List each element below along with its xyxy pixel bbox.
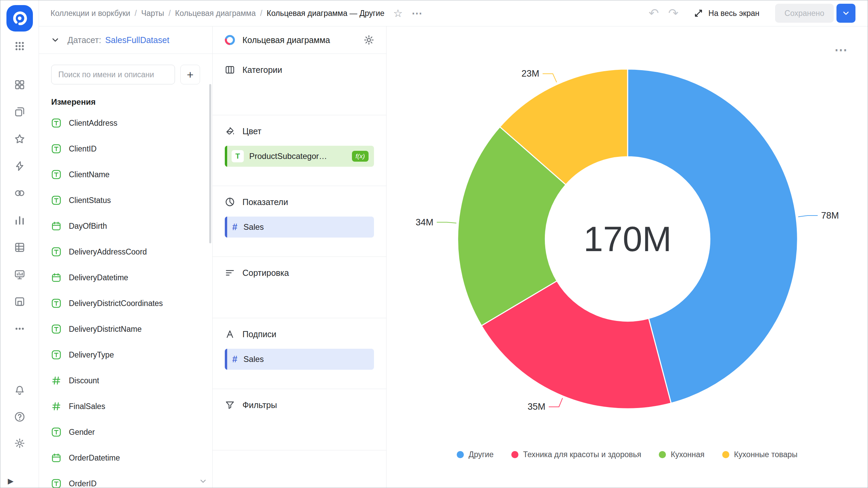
chart-type-title[interactable]: Кольцевая диаграмма [242,35,363,45]
field-chip-dimension[interactable]: TProductSubcategor…f(x) [225,146,374,167]
dataset-field-deliveryaddresscoord[interactable]: DeliveryAddressCoord [39,239,212,265]
settings-gear-icon[interactable] [14,438,25,449]
config-section-categories: Категории [213,54,386,115]
field-name: Discount [69,376,99,385]
slice-value-label: 78M [821,210,839,221]
logo-swirl-icon [11,9,28,27]
field-search-row: + [39,54,212,84]
scrollbar[interactable] [209,84,211,243]
breadcrumb-item[interactable]: Коллекции и воркбуки [51,9,130,18]
breadcrumb-item[interactable]: Кольцевая диаграмма [175,9,256,18]
chip-label: ProductSubcategor… [249,151,348,161]
config-section-filters: Фильтры [213,389,386,450]
section-header: Категории [225,65,374,75]
text-field-icon [51,298,61,308]
categories-icon [225,65,235,75]
scroll-more-chevron-icon[interactable] [199,477,208,486]
text-field-icon: T [232,150,244,162]
save-dropdown-button[interactable] [836,4,855,23]
slice-label-line [437,222,456,223]
breadcrumb-separator: / [169,9,171,18]
donut-chart-type-icon [224,34,236,46]
left-rail: ▶ [0,0,39,488]
chart-legend: ДругиеТехника для красоты и здоровьяКухо… [387,450,868,459]
section-label: Фильтры [242,400,277,410]
dimensions-list: ClientAddressClientIDClientNameClientSta… [39,110,212,488]
header-more-icon[interactable]: ⋯ [412,8,422,19]
field-chip-measure[interactable]: #Sales [225,217,374,238]
dataset-name-link[interactable]: SalesFullDataset [105,35,169,45]
undo-icon[interactable]: ↶ [649,7,659,19]
dataset-field-discount[interactable]: Discount [39,368,212,393]
legend-item[interactable]: Техника для красоты и здоровья [511,450,641,459]
add-field-button[interactable]: + [180,65,200,84]
text-field-icon [51,427,61,437]
section-label: Подписи [242,329,276,339]
charts-bars-icon[interactable] [14,215,25,226]
dataset-field-clientstatus[interactable]: ClientStatus [39,187,212,213]
dashboards-monitor-icon[interactable] [14,269,25,280]
dataset-field-orderdatetime[interactable]: OrderDatetime [39,445,212,471]
config-sections: КатегорииЦветTProductSubcategor…f(x)Пока… [213,54,386,450]
dataset-field-finalsales[interactable]: FinalSales [39,393,212,419]
text-field-icon [51,350,61,360]
section-header: Цвет [225,126,374,136]
dataset-field-deliverytype[interactable]: DeliveryType [39,342,212,368]
legend-item[interactable]: Кухонные товары [722,450,797,459]
section-label: Сортировка [242,268,289,278]
content-row: Датасет: SalesFullDataset + Измерения Cl… [39,26,868,488]
datasets-rings-icon[interactable] [14,187,25,199]
dataset-field-dayofbirth[interactable]: DayOfBirth [39,213,212,239]
legend-item[interactable]: Другие [457,450,494,459]
dataset-label: Датасет: [67,35,101,45]
dataset-field-clientname[interactable]: ClientName [39,162,212,187]
workbooks-icon[interactable] [14,106,25,118]
apps-grid-icon[interactable] [14,40,25,52]
text-field-icon [51,118,61,128]
connections-lightning-icon[interactable] [14,160,25,172]
breadcrumb: Коллекции и воркбуки/Чарты/Кольцевая диа… [51,9,384,18]
field-chip-measure[interactable]: #Sales [225,349,374,370]
saved-button[interactable]: Сохранено [775,4,834,23]
field-name: ClientID [69,144,97,154]
rail-more-icon[interactable] [14,323,25,334]
expand-rail-icon[interactable]: ▶ [8,477,14,485]
donut-chart: 78M35M34M23M170M [387,26,868,488]
tables-grid-icon[interactable] [14,242,25,253]
legend-item[interactable]: Кухонная [659,450,705,459]
redo-icon[interactable]: ↷ [668,7,678,19]
chart-settings-gear-icon[interactable] [363,34,375,46]
dataset-field-clientaddress[interactable]: ClientAddress [39,110,212,136]
dataset-field-clientid[interactable]: ClientID [39,136,212,162]
dataset-field-orderid[interactable]: OrderID [39,471,212,488]
notifications-bell-icon[interactable] [14,385,25,396]
collections-icon[interactable] [14,79,25,90]
favorite-star-icon[interactable]: ☆ [393,8,403,19]
chevron-down-icon[interactable] [51,35,60,45]
color-icon [225,126,235,136]
section-header: Сортировка [225,268,374,278]
help-icon[interactable] [14,411,25,423]
fullscreen-button[interactable]: На весь экран [693,8,760,18]
slice-value-label: 34M [416,217,433,227]
rail-bottom-group [14,385,25,488]
field-name: DeliveryDatetime [69,273,128,282]
field-name: ClientName [69,170,110,179]
favorites-star-icon[interactable] [14,133,25,145]
breadcrumb-item[interactable]: Чарты [141,9,164,18]
field-name: DeliveryType [69,350,114,360]
chart-more-menu[interactable]: ⋯ [834,43,849,56]
dataset-field-deliverydatetime[interactable]: DeliveryDatetime [39,265,212,290]
dataset-field-deliverydistrictname[interactable]: DeliveryDistrictName [39,316,212,342]
dataset-field-gender[interactable]: Gender [39,419,212,445]
hash-icon: # [232,354,237,365]
chip-label: Sales [243,222,369,232]
datalens-logo[interactable] [6,5,33,32]
search-input[interactable] [51,65,175,84]
archive-box-icon[interactable] [14,296,25,307]
dataset-field-deliverydistrictcoordinates[interactable]: DeliveryDistrictCoordinates [39,290,212,316]
chart-area: ⋯ 78M35M34M23M170M ДругиеТехника для кра… [387,26,868,488]
text-field-icon [51,144,61,154]
field-name: ClientAddress [69,119,117,128]
config-section-color: ЦветTProductSubcategor…f(x) [213,115,386,186]
